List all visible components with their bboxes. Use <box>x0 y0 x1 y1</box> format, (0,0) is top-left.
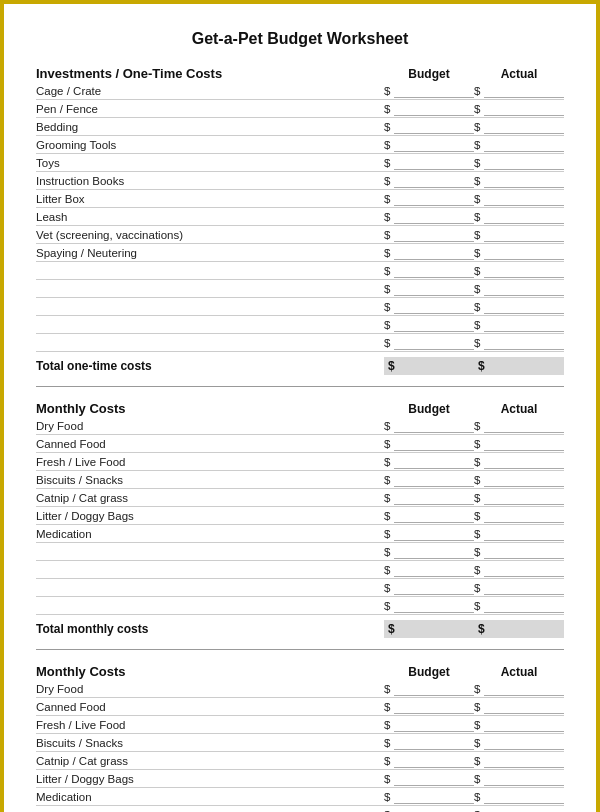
budget-input[interactable] <box>394 300 474 314</box>
item-budget-monthly2-4[interactable]: $ <box>384 753 474 769</box>
blank-budget-monthly2-0[interactable]: $ <box>384 807 474 812</box>
item-actual-investments-1[interactable]: $ <box>474 101 564 117</box>
budget-input[interactable] <box>394 790 474 804</box>
item-actual-monthly1-3[interactable]: $ <box>474 472 564 488</box>
blank-budget-investments-3[interactable]: $ <box>384 317 474 333</box>
item-actual-investments-7[interactable]: $ <box>474 209 564 225</box>
item-actual-monthly1-6[interactable]: $ <box>474 526 564 542</box>
item-budget-investments-4[interactable]: $ <box>384 155 474 171</box>
blank-budget-investments-0[interactable]: $ <box>384 263 474 279</box>
item-actual-monthly2-0[interactable]: $ <box>474 681 564 697</box>
item-actual-monthly2-1[interactable]: $ <box>474 699 564 715</box>
actual-input[interactable] <box>484 264 564 278</box>
budget-input[interactable] <box>394 228 474 242</box>
actual-input[interactable] <box>484 300 564 314</box>
item-budget-investments-0[interactable]: $ <box>384 83 474 99</box>
item-budget-monthly1-4[interactable]: $ <box>384 490 474 506</box>
item-budget-monthly2-3[interactable]: $ <box>384 735 474 751</box>
budget-input[interactable] <box>394 491 474 505</box>
actual-input[interactable] <box>484 84 564 98</box>
blank-budget-investments-1[interactable]: $ <box>384 281 474 297</box>
budget-input[interactable] <box>394 156 474 170</box>
total-budget-investments[interactable]: $ <box>384 357 474 375</box>
blank-budget-investments-2[interactable]: $ <box>384 299 474 315</box>
budget-input[interactable] <box>394 419 474 433</box>
actual-input[interactable] <box>484 455 564 469</box>
item-budget-monthly2-5[interactable]: $ <box>384 771 474 787</box>
actual-input[interactable] <box>484 282 564 296</box>
actual-input[interactable] <box>484 718 564 732</box>
budget-input[interactable] <box>394 102 474 116</box>
item-budget-monthly1-6[interactable]: $ <box>384 526 474 542</box>
item-actual-monthly1-0[interactable]: $ <box>474 418 564 434</box>
item-budget-monthly2-2[interactable]: $ <box>384 717 474 733</box>
budget-input[interactable] <box>394 545 474 559</box>
actual-input[interactable] <box>484 437 564 451</box>
budget-input[interactable] <box>394 682 474 696</box>
budget-input[interactable] <box>394 192 474 206</box>
item-actual-monthly2-5[interactable]: $ <box>474 771 564 787</box>
blank-budget-monthly1-3[interactable]: $ <box>384 598 474 614</box>
item-budget-monthly1-0[interactable]: $ <box>384 418 474 434</box>
item-actual-monthly1-4[interactable]: $ <box>474 490 564 506</box>
item-budget-monthly2-6[interactable]: $ <box>384 789 474 805</box>
budget-input[interactable] <box>394 336 474 350</box>
blank-actual-investments-1[interactable]: $ <box>474 281 564 297</box>
item-actual-investments-8[interactable]: $ <box>474 227 564 243</box>
actual-input[interactable] <box>484 473 564 487</box>
budget-input[interactable] <box>394 246 474 260</box>
item-actual-investments-0[interactable]: $ <box>474 83 564 99</box>
blank-budget-monthly1-2[interactable]: $ <box>384 580 474 596</box>
actual-input[interactable] <box>484 736 564 750</box>
budget-input[interactable] <box>394 509 474 523</box>
budget-input[interactable] <box>394 563 474 577</box>
actual-input[interactable] <box>484 174 564 188</box>
item-actual-monthly2-3[interactable]: $ <box>474 735 564 751</box>
actual-input[interactable] <box>484 102 564 116</box>
item-budget-monthly1-1[interactable]: $ <box>384 436 474 452</box>
blank-actual-investments-0[interactable]: $ <box>474 263 564 279</box>
blank-actual-monthly1-3[interactable]: $ <box>474 598 564 614</box>
item-budget-monthly1-3[interactable]: $ <box>384 472 474 488</box>
actual-input[interactable] <box>484 228 564 242</box>
budget-input[interactable] <box>394 599 474 613</box>
budget-input[interactable] <box>394 437 474 451</box>
actual-input[interactable] <box>484 491 564 505</box>
actual-input[interactable] <box>484 545 564 559</box>
item-budget-monthly1-5[interactable]: $ <box>384 508 474 524</box>
item-actual-monthly1-1[interactable]: $ <box>474 436 564 452</box>
blank-actual-monthly2-0[interactable]: $ <box>474 807 564 812</box>
budget-input[interactable] <box>394 174 474 188</box>
item-actual-monthly2-2[interactable]: $ <box>474 717 564 733</box>
item-budget-monthly2-0[interactable]: $ <box>384 681 474 697</box>
item-budget-investments-2[interactable]: $ <box>384 119 474 135</box>
blank-actual-investments-3[interactable]: $ <box>474 317 564 333</box>
total-actual-monthly1[interactable]: $ <box>474 620 564 638</box>
actual-input[interactable] <box>484 246 564 260</box>
total-budget-monthly1[interactable]: $ <box>384 620 474 638</box>
budget-input[interactable] <box>394 264 474 278</box>
blank-actual-investments-4[interactable]: $ <box>474 335 564 351</box>
item-budget-investments-9[interactable]: $ <box>384 245 474 261</box>
blank-budget-monthly1-1[interactable]: $ <box>384 562 474 578</box>
actual-input[interactable] <box>484 419 564 433</box>
item-budget-investments-8[interactable]: $ <box>384 227 474 243</box>
actual-input[interactable] <box>484 527 564 541</box>
budget-input[interactable] <box>394 527 474 541</box>
budget-input[interactable] <box>394 581 474 595</box>
item-budget-investments-7[interactable]: $ <box>384 209 474 225</box>
actual-input[interactable] <box>484 210 564 224</box>
blank-budget-investments-4[interactable]: $ <box>384 335 474 351</box>
item-actual-investments-5[interactable]: $ <box>474 173 564 189</box>
actual-input[interactable] <box>484 808 564 812</box>
actual-input[interactable] <box>484 318 564 332</box>
actual-input[interactable] <box>484 336 564 350</box>
item-actual-monthly2-4[interactable]: $ <box>474 753 564 769</box>
item-actual-monthly1-5[interactable]: $ <box>474 508 564 524</box>
item-budget-investments-3[interactable]: $ <box>384 137 474 153</box>
actual-input[interactable] <box>484 563 564 577</box>
budget-input[interactable] <box>394 455 474 469</box>
total-actual-investments[interactable]: $ <box>474 357 564 375</box>
budget-input[interactable] <box>394 120 474 134</box>
item-actual-investments-4[interactable]: $ <box>474 155 564 171</box>
